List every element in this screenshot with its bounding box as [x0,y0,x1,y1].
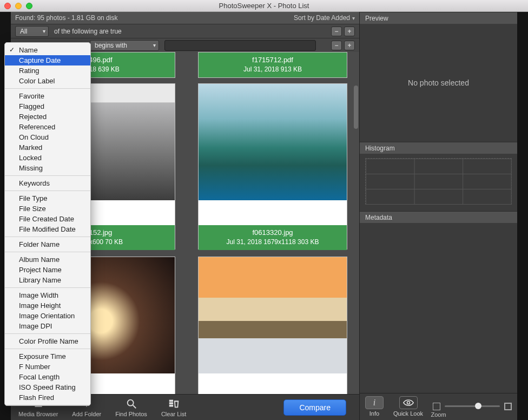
dropdown-item[interactable]: On Cloud [5,132,90,142]
photo-card[interactable]: f0613320.jpg Jul 31, 2018 1679x1118 303 … [198,83,347,250]
dropdown-item[interactable]: Name [5,45,90,55]
dropdown-item[interactable]: Image Width [5,290,90,300]
preview-panel-title: Preview [360,12,517,24]
svg-point-0 [127,399,133,405]
dropdown-item[interactable]: File Size [5,204,90,214]
clear-list-button[interactable]: Clear List [161,398,186,417]
dropdown-item[interactable]: Rejected [5,111,90,122]
photo-filename: f0613320.jpg [201,228,345,238]
attribute-dropdown[interactable]: NameCapture DateRatingColor LabelFavorit… [4,42,91,406]
filter-scope-value: All [20,28,27,35]
preview-empty-label: No photo selected [360,24,517,142]
dropdown-item[interactable]: Library Name [5,275,90,285]
remove-rule-button[interactable]: − [331,27,342,36]
dropdown-item[interactable]: Image Orientation [5,311,90,321]
svg-line-1 [133,405,136,408]
dropdown-item[interactable]: ISO Speed Rating [5,382,90,392]
dropdown-item[interactable]: Image Height [5,300,90,311]
zoom-slider[interactable] [433,403,512,410]
filter-value-input[interactable] [164,40,316,51]
dropdown-item[interactable]: Color Label [5,76,90,86]
filter-row-root: All of the following are true − + [11,24,359,38]
eye-icon [403,399,414,406]
dropdown-item[interactable]: Project Name [5,265,90,275]
dropdown-item[interactable]: File Created Date [5,214,90,224]
photo-card[interactable] [198,257,347,394]
found-count-label: Found: 95 photos - 1.81 GB on disk [15,14,117,22]
compare-button[interactable]: Compare [283,399,346,416]
chevron-down-icon: ▾ [352,15,355,21]
add-criterion-button[interactable]: + [344,41,355,50]
dropdown-item[interactable]: F Number [5,362,90,372]
dropdown-item[interactable]: Flash Fired [5,392,90,403]
photo-filename: f1715712.pdf [201,55,345,65]
zoom-knob[interactable] [475,403,481,409]
metadata-body [360,223,517,393]
info-icon: i [373,398,375,408]
filter-operator-value: begins with [95,42,127,49]
dropdown-item[interactable]: Flagged [5,101,90,111]
sort-dropdown[interactable]: Sort by Date Added ▾ [294,14,355,22]
dropdown-item[interactable]: Favorite [5,91,90,101]
remove-criterion-button[interactable]: − [331,41,342,50]
svg-point-6 [407,401,410,404]
dropdown-item[interactable]: Keywords [5,178,90,188]
dropdown-item[interactable]: Missing [5,163,90,173]
dropdown-item[interactable]: Rating [5,65,90,76]
filter-scope-suffix: of the following are true [54,28,122,35]
dropdown-item[interactable]: Image DPI [5,321,90,331]
dropdown-item[interactable]: Color Profile Name [5,336,90,346]
trash-list-icon [168,398,180,410]
svg-rect-3 [170,403,173,404]
scrollbar-thumb[interactable] [354,86,358,129]
dropdown-item[interactable]: Focal Length [5,372,90,382]
tool-label: Find Photos [115,411,147,417]
tool-label: Media Browser [18,411,58,417]
window-titlebar: PhotoSweeper X - Photo List [0,0,528,12]
tool-label: Clear List [161,411,186,417]
dropdown-item[interactable]: Capture Date [5,55,90,65]
dropdown-item[interactable]: Referenced [5,122,90,132]
add-rule-button[interactable]: + [344,27,355,36]
histogram-grid [365,158,512,205]
status-bar: Found: 95 photos - 1.81 GB on disk Sort … [11,12,359,24]
window-title: PhotoSweeper X - Photo List [0,2,528,10]
zoom-label: Zoom [360,411,517,418]
photo-thumbnail [199,257,347,373]
metadata-panel-title: Metadata [360,211,517,223]
sort-label: Sort by Date Added [294,14,350,22]
photo-meta: Jul 31, 2018 913 KB [201,65,345,74]
dropdown-item[interactable]: Exposure Time [5,351,90,362]
filter-scope-select[interactable]: All [15,26,49,37]
zoom-in-icon [504,403,512,410]
dropdown-item[interactable]: Album Name [5,254,90,265]
filter-operator-select[interactable]: begins with [90,40,159,51]
photo-thumbnail [199,84,347,200]
svg-rect-2 [170,400,173,401]
inspector-sidebar: Preview No photo selected Histogram Meta… [359,12,517,420]
histogram-panel-title: Histogram [360,142,517,154]
dropdown-item[interactable]: File Modified Date [5,224,90,234]
dropdown-item[interactable]: Folder Name [5,239,90,250]
photo-card[interactable]: f1715712.pdf Jul 31, 2018 913 KB [198,52,347,78]
svg-rect-4 [170,405,173,406]
zoom-out-icon [433,403,440,410]
find-photos-button[interactable]: Find Photos [115,398,147,417]
tool-label: Add Folder [72,411,101,417]
desktop-edge-right [517,12,528,420]
dropdown-item[interactable]: Marked [5,142,90,153]
photo-meta: Jul 31, 2018 1679x1118 303 KB [201,238,345,246]
dropdown-item[interactable]: File Type [5,193,90,204]
search-icon [126,398,137,410]
dropdown-item[interactable]: Locked [5,153,90,163]
